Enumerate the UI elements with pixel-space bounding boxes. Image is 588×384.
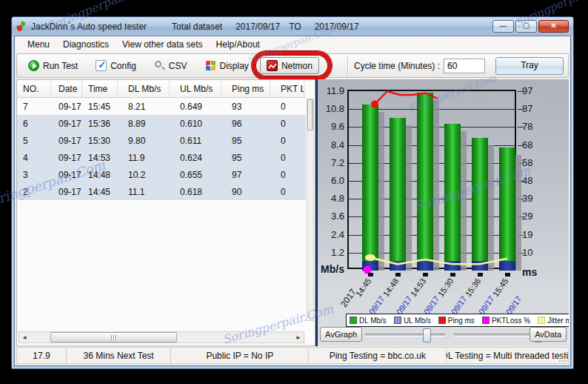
table-header-row[interactable]: NO.DateTimeDL Mb/sUL Mb/sPing msPKT L — [17, 80, 306, 98]
bar-upload — [444, 261, 461, 271]
x-axis-tick-mark — [505, 273, 510, 277]
table-cell: 0 — [270, 153, 304, 163]
toolbar-separator — [347, 56, 348, 76]
config-button[interactable]: Config — [89, 57, 143, 74]
table-cell: 7 — [17, 102, 51, 112]
table-cell: 14:45 — [82, 187, 118, 197]
run-test-button[interactable]: Run Test — [21, 57, 84, 74]
right-axis-unit: ms — [522, 266, 537, 278]
right-axis-tick: 19 — [522, 229, 532, 240]
table-cell: 09-17 — [51, 187, 82, 197]
column-header-2[interactable]: Time — [82, 80, 118, 97]
right-axis-tick: 29 — [522, 211, 532, 222]
date-to: 2017/09/17 — [315, 21, 359, 32]
netmon-chart-icon — [267, 60, 278, 71]
left-axis-tick: 7.2 — [331, 157, 344, 168]
bar-download — [499, 148, 515, 271]
graph-slider-left-thumb[interactable] — [423, 328, 431, 342]
table-cell: 90 — [221, 187, 270, 197]
cycle-time-input[interactable] — [444, 59, 485, 73]
client-area: MenuDiagnosticsView other data setsHelp/… — [14, 36, 571, 366]
right-axis-tick-mark — [518, 145, 524, 146]
x-axis-time-label: 14:53 — [409, 277, 428, 298]
chart-legend: DL Mb/sUL Mb/sPing msPKTLoss %Jitter ms — [346, 314, 569, 327]
legend-swatch — [350, 317, 357, 324]
table-cell: 95 — [221, 136, 270, 146]
table-row[interactable]: 409-1714:5311.90.624950 — [17, 149, 306, 166]
close-button[interactable]: ✕ — [538, 20, 569, 33]
csv-button[interactable]: CSV — [147, 57, 194, 74]
table-cell: 11.9 — [118, 153, 170, 163]
bar-download — [472, 138, 488, 271]
column-header-5[interactable]: Ping ms — [221, 80, 270, 97]
table-row[interactable]: 609-1715:368.890.610960 — [17, 115, 306, 132]
bar-download — [390, 118, 406, 271]
table-cell: 96 — [221, 119, 270, 129]
horizontal-scrollbar-track[interactable] — [30, 332, 293, 342]
display-windows-icon — [205, 60, 216, 71]
left-axis-tick: 10.8 — [326, 103, 344, 114]
status-cell-1: 36 Mins Next Test — [67, 348, 171, 363]
table-cell: 10.2 — [118, 170, 170, 180]
chart-panel: 11.99710.8879.6788.4687.2586.0484.8393.6… — [318, 79, 569, 346]
horizontal-scrollbar[interactable]: ◄ ► — [19, 331, 304, 343]
x-axis-tick-mark — [368, 273, 373, 277]
bar-download — [444, 124, 461, 271]
vertical-scrollbar[interactable] — [307, 99, 314, 321]
resize-grip-icon[interactable] — [558, 354, 567, 363]
table-cell: 95 — [221, 153, 270, 163]
table-cell: 8.21 — [118, 102, 170, 112]
table-row[interactable]: 709-1715:458.210.649930 — [17, 98, 306, 115]
column-header-3[interactable]: DL Mb/s — [118, 80, 170, 97]
column-header-0[interactable]: NO. — [17, 80, 51, 97]
menu-item-help-about[interactable]: Help/About — [210, 38, 267, 51]
bar-upload — [390, 261, 406, 271]
tray-label: Tray — [521, 60, 538, 70]
csv-label: CSV — [169, 61, 187, 71]
maximize-icon: ▢ — [523, 21, 529, 30]
scroll-right-arrow-icon[interactable]: ► — [293, 332, 304, 342]
horizontal-scrollbar-thumb[interactable] — [50, 332, 177, 342]
netmon-button[interactable]: Netmon — [260, 57, 319, 74]
column-header-6[interactable]: PKT L — [270, 80, 304, 97]
x-axis-time-label: 15:36 — [464, 277, 483, 298]
tray-button[interactable]: Tray — [495, 57, 564, 75]
menu-item-view-other-data-sets[interactable]: View other data sets — [116, 38, 210, 51]
menu-item-menu[interactable]: Menu — [21, 38, 56, 51]
avgraph-label: AvGraph — [325, 330, 357, 339]
legend-item-jitter-ms: Jitter ms — [538, 317, 569, 325]
table-cell: 0 — [270, 119, 304, 129]
run-play-icon — [28, 60, 39, 71]
table-row[interactable]: 509-1715:309.800.611950 — [17, 132, 306, 149]
main-area: NO.DateTimeDL Mb/sUL Mb/sPing msPKT L 70… — [16, 79, 569, 346]
left-axis-tick: 1.2 — [331, 247, 344, 258]
table-row[interactable]: 209-1714:4511.10.618900 — [17, 183, 306, 200]
graph-slider-left[interactable] — [365, 334, 445, 337]
scroll-left-arrow-icon[interactable]: ◄ — [19, 332, 30, 342]
column-header-1[interactable]: Date — [51, 80, 82, 97]
legend-label: UL Mb/s — [404, 317, 431, 325]
avgraph-button[interactable]: AvGraph — [320, 327, 362, 342]
table-cell: 9.80 — [118, 136, 170, 146]
column-header-4[interactable]: UL Mb/s — [170, 80, 221, 97]
right-axis-tick: 87 — [522, 103, 532, 114]
minimize-button[interactable]: — — [492, 20, 514, 33]
table-cell: 0 — [270, 102, 304, 112]
right-axis-tick: 78 — [522, 121, 532, 132]
x-axis-tick-mark — [478, 273, 483, 277]
legend-item-dl-mb-s: DL Mb/s — [350, 317, 387, 325]
status-cell-2: Public IP = No IP — [171, 348, 309, 363]
menu-item-diagnostics[interactable]: Diagnostics — [56, 38, 116, 51]
table-cell: 93 — [221, 102, 270, 112]
avdata-button[interactable]: AvData — [529, 327, 567, 342]
legend-label: DL Mb/s — [359, 317, 387, 325]
legend-swatch — [438, 317, 446, 324]
table-cell: 0 — [270, 187, 304, 197]
x-axis-tick-mark — [395, 273, 401, 277]
vertical-scrollbar-thumb[interactable] — [307, 99, 313, 130]
title-bar[interactable]: JackDinn`s Auto speed tester Total datas… — [12, 17, 573, 36]
display-button[interactable]: Display — [198, 57, 255, 74]
table-cell: 8.89 — [118, 119, 170, 129]
table-row[interactable]: 309-1714:4810.20.655970 — [17, 166, 306, 183]
maximize-button[interactable]: ▢ — [515, 20, 537, 33]
